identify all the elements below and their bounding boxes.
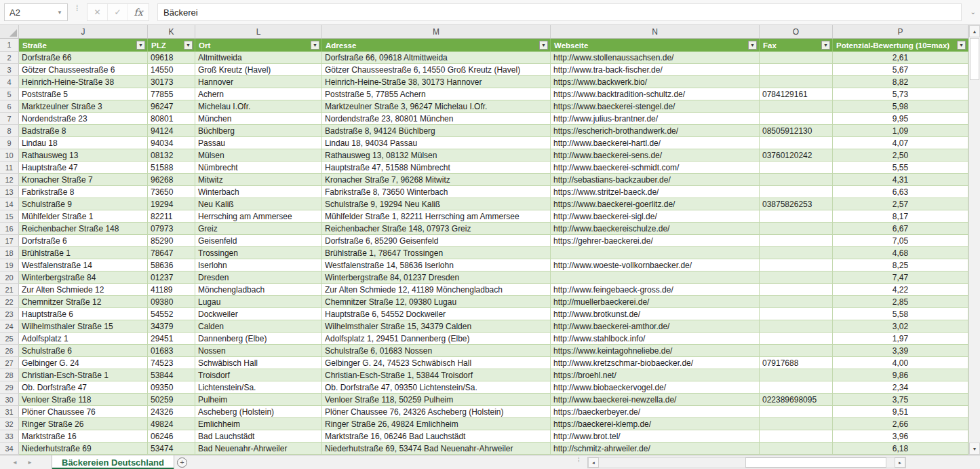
column-header-m[interactable]: M <box>322 25 551 38</box>
cell-potenzial[interactable]: 2,57 <box>833 198 968 210</box>
cell-strasse[interactable]: Adolfsplatz 1 <box>19 333 148 345</box>
cell-webseite[interactable]: http://www.stollenaussachsen.de/ <box>551 52 760 64</box>
cell-strasse[interactable]: Winterbergstraße 84 <box>19 271 148 284</box>
cell-ort[interactable]: Troisdorf <box>195 369 322 381</box>
cell-ort[interactable]: Dockweiler <box>195 308 322 320</box>
row-number[interactable]: 5 <box>0 88 19 100</box>
row-number[interactable]: 1 <box>0 39 19 52</box>
cell-plz[interactable]: 51588 <box>148 162 195 174</box>
cell-fax[interactable] <box>760 223 833 235</box>
cell-strasse[interactable]: Hauptstraße 47 <box>19 162 148 174</box>
cell-plz[interactable]: 58636 <box>148 259 195 271</box>
cell-fax[interactable]: 03760120242 <box>760 149 833 162</box>
cell-adresse[interactable]: Venloer Straße 118, 50259 Pulheim <box>322 394 551 406</box>
cell-plz[interactable]: 24326 <box>148 406 195 418</box>
cell-webseite[interactable]: http://www.brot.tel/ <box>551 430 760 443</box>
cell-webseite[interactable]: https://baeckerei-klemp.de/ <box>551 418 760 430</box>
cell-webseite[interactable]: https://www.baeckerei-stengel.de/ <box>551 100 760 113</box>
cell-potenzial[interactable]: 2,61 <box>833 52 968 64</box>
cell-potenzial[interactable]: 3,39 <box>833 345 968 357</box>
cell-plz[interactable]: 09380 <box>148 296 195 308</box>
cell-plz[interactable]: 74523 <box>148 357 195 369</box>
cell-ort[interactable]: Passau <box>195 137 322 149</box>
cell-webseite[interactable]: http://sebastians-backzauber.de/ <box>551 174 760 186</box>
column-header-j[interactable]: J <box>19 25 148 38</box>
cell-plz[interactable]: 50259 <box>148 394 195 406</box>
cell-adresse[interactable]: Reichenbacher Straße 148, 07973 Greiz <box>322 223 551 235</box>
cell-strasse[interactable]: Christian-Esch-Straße 1 <box>19 369 148 381</box>
header-cell-fax[interactable]: Fax▼ <box>760 39 833 52</box>
row-number[interactable]: 3 <box>0 64 19 76</box>
row-number[interactable]: 19 <box>0 259 19 271</box>
cell-fax[interactable] <box>760 100 833 113</box>
cell-potenzial[interactable]: 2,66 <box>833 418 968 430</box>
cell-webseite[interactable]: http://www.tra-back-fischer.de/ <box>551 64 760 76</box>
row-number[interactable]: 11 <box>0 162 19 174</box>
cell-fax[interactable] <box>760 296 833 308</box>
name-box-chevron-icon[interactable]: ▼ <box>57 10 62 16</box>
cell-adresse[interactable]: Christian-Esch-Straße 1, 53844 Troisdorf <box>322 369 551 381</box>
cancel-icon[interactable]: ✕ <box>87 4 108 20</box>
cell-adresse[interactable]: Nordendstraße 23, 80801 München <box>322 113 551 125</box>
cell-plz[interactable]: 94124 <box>148 125 195 137</box>
cell-potenzial[interactable]: 7,47 <box>833 271 968 284</box>
cell-strasse[interactable]: Ringer Straße 26 <box>19 418 148 430</box>
cell-fax[interactable] <box>760 406 833 418</box>
cell-webseite[interactable]: http://www.julius-brantner.de/ <box>551 113 760 125</box>
cell-ort[interactable]: Lugau <box>195 296 322 308</box>
row-number[interactable]: 23 <box>0 308 19 320</box>
cell-potenzial[interactable]: 4,07 <box>833 137 968 149</box>
cell-plz[interactable]: 73650 <box>148 186 195 198</box>
cell-potenzial[interactable]: 1,97 <box>833 333 968 345</box>
cell-adresse[interactable]: Winterbergstraße 84, 01237 Dresden <box>322 271 551 284</box>
cell-potenzial[interactable]: 4,00 <box>833 357 968 369</box>
cell-strasse[interactable]: Zur Alten Schmiede 12 <box>19 284 148 296</box>
filter-icon[interactable]: ▼ <box>311 41 319 50</box>
cell-ort[interactable]: Groß Kreutz (Havel) <box>195 64 322 76</box>
cell-fax[interactable] <box>760 210 833 223</box>
cell-adresse[interactable]: Rathausweg 13, 08132 Mülsen <box>322 149 551 162</box>
cell-fax[interactable]: 0784129161 <box>760 88 833 100</box>
cell-potenzial[interactable]: 7,05 <box>833 235 968 247</box>
cell-potenzial[interactable]: 5,67 <box>833 64 968 76</box>
formula-bar-expand-icon[interactable]: ⌄ <box>971 8 976 16</box>
row-number[interactable]: 9 <box>0 137 19 149</box>
cell-plz[interactable]: 41189 <box>148 284 195 296</box>
cell-strasse[interactable]: Fabrikstraße 8 <box>19 186 148 198</box>
cell-fax[interactable]: 022389698095 <box>760 394 833 406</box>
cell-ort[interactable]: Emlichheim <box>195 418 322 430</box>
cell-adresse[interactable]: Dorfstraße 66, 09618 Altmittweida <box>322 52 551 64</box>
cell-potenzial[interactable]: 5,73 <box>833 88 968 100</box>
cell-fax[interactable] <box>760 418 833 430</box>
cell-plz[interactable]: 06246 <box>148 430 195 443</box>
cell-plz[interactable]: 53474 <box>148 443 195 455</box>
cell-adresse[interactable]: Dorfstraße 6, 85290 Geisenfeld <box>322 235 551 247</box>
cell-fax[interactable] <box>760 369 833 381</box>
cell-strasse[interactable]: Poststraße 5 <box>19 88 148 100</box>
cell-fax[interactable] <box>760 137 833 149</box>
cell-potenzial[interactable]: 5,58 <box>833 308 968 320</box>
cell-fax[interactable] <box>760 271 833 284</box>
scroll-up-icon[interactable]: ▲ <box>969 25 980 37</box>
cell-ort[interactable]: Trossingen <box>195 247 322 259</box>
cell-strasse[interactable]: Niederhutstraße 69 <box>19 443 148 455</box>
cell-potenzial[interactable]: 9,95 <box>833 113 968 125</box>
cell-strasse[interactable]: Dorfstraße 66 <box>19 52 148 64</box>
scroll-left-icon[interactable]: ◄ <box>588 457 599 468</box>
column-header-k[interactable]: K <box>148 25 195 38</box>
insert-function-icon[interactable]: fx <box>128 4 149 20</box>
cell-plz[interactable]: 29451 <box>148 333 195 345</box>
row-number[interactable]: 29 <box>0 381 19 394</box>
header-cell-adresse[interactable]: Adresse▼ <box>322 39 551 52</box>
cell-adresse[interactable]: Götzer Chausseestraße 6, 14550 Groß Kreu… <box>322 64 551 76</box>
cell-fax[interactable] <box>760 235 833 247</box>
cell-ort[interactable]: Mitwitz <box>195 174 322 186</box>
cell-ort[interactable]: Pulheim <box>195 394 322 406</box>
cell-fax[interactable] <box>760 381 833 394</box>
cell-potenzial[interactable]: 6,18 <box>833 443 968 455</box>
header-cell-strasse[interactable]: Straße▼ <box>19 39 148 52</box>
cell-adresse[interactable]: Kronacher Straße 7, 96268 Mitwitz <box>322 174 551 186</box>
cell-webseite[interactable]: http://www.biobaeckervogel.de/ <box>551 381 760 394</box>
cell-adresse[interactable]: Zur Alten Schmiede 12, 41189 Mönchenglad… <box>322 284 551 296</box>
cell-potenzial[interactable]: 3,96 <box>833 430 968 443</box>
